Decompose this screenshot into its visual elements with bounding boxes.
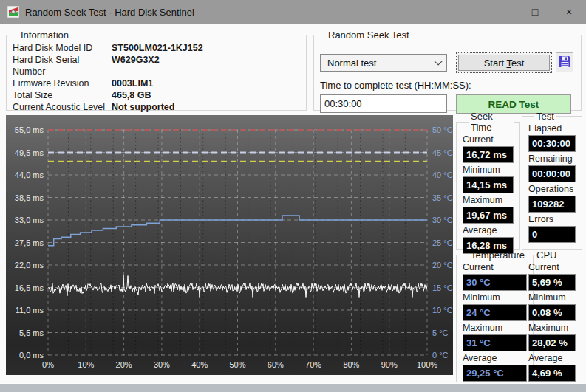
- seek-time-maximum-label: Maximum: [463, 195, 514, 206]
- test-type-selected-value: Normal test: [327, 58, 376, 69]
- test-remaining-value: 00:00:00: [528, 165, 576, 182]
- seek-time-maximum-value: 19,67 ms: [463, 207, 514, 224]
- svg-text:49,5 ms: 49,5 ms: [15, 148, 44, 157]
- time-to-complete-input[interactable]: [320, 94, 447, 113]
- total-size-value: 465,8 GB: [112, 89, 300, 101]
- svg-text:80%: 80%: [343, 360, 359, 369]
- svg-text:30%: 30%: [154, 360, 170, 369]
- test-remaining-label: Remaining: [528, 154, 576, 165]
- test-group-title: Test: [534, 111, 556, 122]
- svg-text:50%: 50%: [229, 360, 245, 369]
- serial-number-value: W629G3X2: [112, 54, 300, 78]
- cpu-maximum-value: 28,02 %: [528, 334, 576, 351]
- serial-number-label: Hard Disk Serial Number: [13, 54, 112, 78]
- svg-text:40%: 40%: [191, 360, 208, 369]
- cpu-minimum-label: Minimum: [528, 292, 576, 303]
- cpu-current-value: 5,69 %: [528, 274, 576, 291]
- svg-text:60%: 60%: [268, 360, 284, 369]
- info-row-size: Total Size 465,8 GB: [13, 89, 300, 101]
- svg-text:30 °C: 30 °C: [432, 216, 453, 224]
- info-row-firmware: Firmware Revision 0003LIM1: [13, 78, 300, 89]
- svg-text:16,5 ms: 16,5 ms: [15, 283, 44, 292]
- svg-text:50 °C: 50 °C: [432, 125, 453, 134]
- svg-text:10 °C: 10 °C: [432, 306, 453, 314]
- random-seek-test-group: Random Seek Test Normal test Start Test …: [313, 30, 582, 111]
- svg-text:20 °C: 20 °C: [432, 261, 453, 269]
- start-test-focus-ring: Start Test: [456, 52, 552, 73]
- minimize-button[interactable]: –: [484, 0, 518, 24]
- cpu-group: CPU Current 5,69 % Minimum 0,08 % Maximu…: [522, 250, 582, 382]
- svg-text:70%: 70%: [305, 360, 321, 369]
- save-button[interactable]: [556, 52, 573, 72]
- svg-text:5,5 ms: 5,5 ms: [19, 329, 44, 337]
- start-test-button[interactable]: Start Test: [458, 55, 550, 71]
- hard-disk-sentinel-icon: [7, 6, 19, 18]
- random-seek-test-window: Random Seek Test - Hard Disk Sentinel – …: [0, 0, 586, 392]
- info-row-acoustic: Current Acoustic Level Not supported: [13, 101, 300, 113]
- bottom-edge-strip: [0, 383, 586, 392]
- chevron-down-icon: [434, 57, 442, 65]
- close-button[interactable]: ×: [552, 0, 586, 24]
- temperature-minimum-label: Minimum: [463, 292, 527, 303]
- total-size-label: Total Size: [13, 89, 112, 101]
- info-row-serial: Hard Disk Serial Number W629G3X2: [13, 54, 300, 78]
- svg-text:11,0 ms: 11,0 ms: [16, 306, 44, 314]
- floppy-disk-icon: [559, 55, 571, 70]
- seek-time-group: Seek Time Current 16,72 ms Minimum 14,15…: [456, 111, 520, 250]
- window-title: Random Seek Test - Hard Disk Sentinel: [25, 7, 194, 18]
- svg-text:40 °C: 40 °C: [432, 171, 453, 179]
- temperature-average-value: 29,25 °C: [463, 365, 527, 382]
- seek-time-average-label: Average: [463, 225, 514, 236]
- svg-text:0,0 ms: 0,0 ms: [19, 351, 44, 360]
- seek-time-group-title: Seek Time: [469, 111, 514, 133]
- information-group-title: Information: [18, 30, 71, 41]
- temperature-group-title: Temperature: [469, 250, 527, 261]
- svg-text:38,5 ms: 38,5 ms: [15, 193, 44, 202]
- time-to-complete-label: Time to complete test (HH:MM:SS):: [320, 80, 471, 91]
- test-group: Test Elapsed 00:30:00 Remaining 00:00:00…: [522, 111, 582, 250]
- test-operations-value: 109282: [528, 196, 576, 213]
- svg-text:0%: 0%: [42, 360, 54, 369]
- test-type-select[interactable]: Normal test: [320, 54, 447, 72]
- seek-test-chart-canvas: 55,0 ms49,5 ms44,0 ms38,5 ms33,0 ms27,5 …: [6, 115, 453, 375]
- cpu-minimum-value: 0,08 %: [528, 304, 576, 321]
- temperature-current-value: 30 °C: [463, 274, 527, 291]
- model-id-value: ST500LM021-1KJ152: [112, 42, 300, 54]
- seek-time-minimum-value: 14,15 ms: [463, 176, 514, 193]
- temperature-average-label: Average: [463, 353, 527, 364]
- temperature-maximum-label: Maximum: [463, 323, 527, 334]
- acoustic-level-value: Not supported: [112, 101, 300, 113]
- svg-text:55,0 ms: 55,0 ms: [15, 125, 44, 134]
- svg-text:35 °C: 35 °C: [432, 193, 453, 202]
- test-elapsed-value: 00:30:00: [528, 135, 576, 152]
- seek-time-current-label: Current: [463, 134, 514, 145]
- svg-text:15 °C: 15 °C: [432, 283, 453, 292]
- seek-time-current-value: 16,72 ms: [463, 146, 514, 163]
- test-errors-label: Errors: [528, 214, 576, 225]
- random-seek-test-group-title: Random Seek Test: [326, 30, 412, 41]
- svg-text:90%: 90%: [381, 360, 398, 369]
- temperature-maximum-value: 31 °C: [463, 334, 527, 351]
- svg-text:44,0 ms: 44,0 ms: [15, 171, 44, 179]
- test-errors-value: 0: [528, 226, 576, 243]
- svg-text:25 °C: 25 °C: [432, 238, 453, 247]
- temperature-minimum-value: 24 °C: [463, 304, 527, 321]
- firmware-label: Firmware Revision: [13, 78, 112, 89]
- acoustic-level-label: Current Acoustic Level: [13, 101, 112, 113]
- cpu-average-label: Average: [528, 353, 576, 364]
- svg-text:5 °C: 5 °C: [432, 329, 449, 337]
- svg-text:45 °C: 45 °C: [432, 148, 453, 157]
- svg-text:0 °C: 0 °C: [432, 351, 449, 360]
- test-operations-label: Operations: [528, 184, 576, 195]
- info-row-model: Hard Disk Model ID ST500LM021-1KJ152: [13, 42, 300, 54]
- svg-text:22,0 ms: 22,0 ms: [15, 261, 44, 269]
- temperature-current-label: Current: [463, 262, 527, 273]
- model-id-label: Hard Disk Model ID: [13, 42, 112, 54]
- svg-text:100%: 100%: [417, 360, 437, 369]
- cpu-group-title: CPU: [534, 250, 559, 261]
- seek-test-chart: 55,0 ms49,5 ms44,0 ms38,5 ms33,0 ms27,5 …: [6, 115, 453, 375]
- svg-text:20%: 20%: [116, 360, 132, 369]
- maximize-button[interactable]: □: [518, 0, 552, 24]
- cpu-maximum-label: Maximum: [528, 323, 576, 334]
- svg-text:27,5 ms: 27,5 ms: [15, 238, 44, 247]
